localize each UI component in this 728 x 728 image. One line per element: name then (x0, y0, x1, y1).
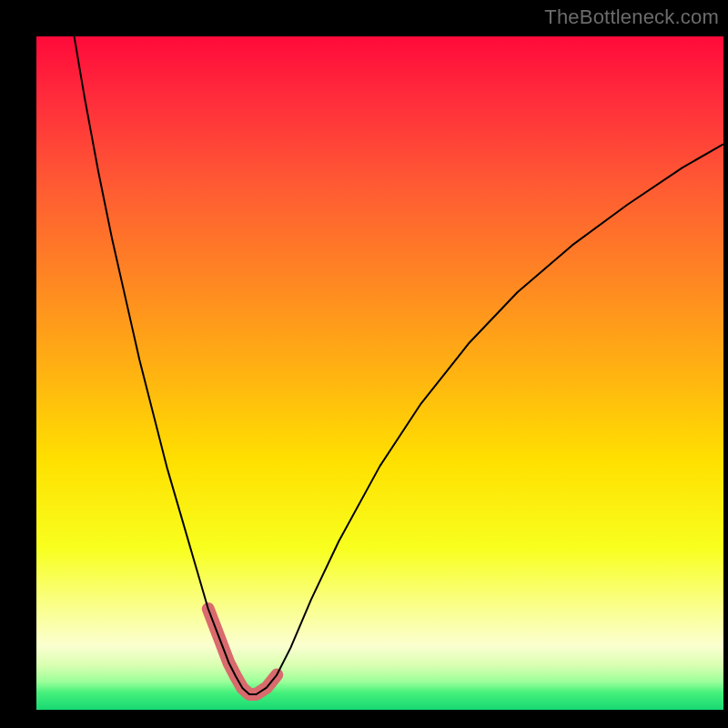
highlight-segment (208, 609, 278, 694)
watermark-text: TheBottleneck.com (544, 5, 719, 29)
chart-frame: TheBottleneck.com (0, 0, 728, 728)
plot-area (36, 36, 723, 710)
chart-svg (36, 36, 723, 710)
main-curve (75, 36, 723, 694)
